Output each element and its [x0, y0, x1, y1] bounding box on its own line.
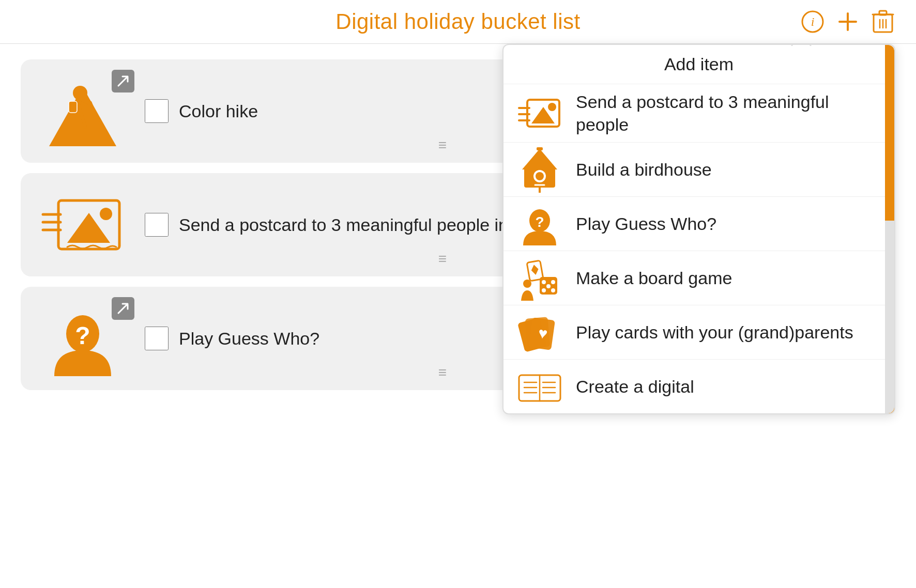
- item-checkbox-hike[interactable]: [145, 99, 169, 123]
- item-icon-guesswho: ?: [31, 297, 134, 380]
- svg-point-23: [100, 208, 112, 220]
- app-header: Digital holiday bucket list i: [0, 0, 916, 44]
- dropdown-icon-cards: ♥: [514, 312, 566, 353]
- dropdown-text-cards: Play cards with your (grand)parents: [566, 321, 884, 344]
- dropdown-text-boardgame: Make a board game: [566, 267, 884, 289]
- dropdown-item-birdhouse[interactable]: Build a birdhouse: [503, 143, 894, 197]
- svg-text:i: i: [811, 15, 815, 28]
- dropdown-icon-guesswho: ?: [514, 203, 566, 244]
- item-checkbox-postcard[interactable]: [145, 213, 169, 237]
- dropdown-icon-boardgame: [514, 257, 566, 299]
- dropdown-scrollbar[interactable]: [885, 45, 894, 413]
- dropdown-text-postcard: Send a postcard to 3 meaningful people: [566, 90, 884, 136]
- dropdown-item-digital[interactable]: Create a digital: [503, 360, 894, 413]
- page-title: Digital holiday bucket list: [335, 9, 580, 34]
- svg-point-48: [523, 280, 531, 288]
- item-checkbox-guesswho[interactable]: [145, 327, 169, 350]
- drag-handle-hike[interactable]: ≡: [438, 137, 447, 153]
- header-actions: i: [800, 9, 895, 34]
- svg-point-46: [551, 288, 555, 292]
- svg-point-31: [548, 103, 556, 111]
- svg-point-35: [536, 172, 544, 180]
- svg-rect-17: [69, 101, 77, 113]
- guesswho-svg: ?: [44, 299, 121, 379]
- dropdown-scrollbar-thumb[interactable]: [885, 45, 894, 221]
- dropdown-icon-digital: [514, 366, 566, 407]
- dropdown-text-guesswho: Play Guess Who?: [566, 212, 884, 235]
- svg-point-47: [546, 284, 551, 288]
- main-content: Color hike ≡: [0, 44, 916, 406]
- dropdown-arrow-inner: [792, 44, 811, 47]
- add-button[interactable]: [835, 9, 860, 34]
- dropdown-icon-birdhouse: [514, 149, 566, 190]
- item-icon-hiker: [31, 70, 134, 152]
- postcard-svg: [39, 191, 127, 258]
- dropdown-title: Add item: [503, 45, 894, 84]
- drag-handle-postcard[interactable]: ≡: [438, 251, 447, 267]
- dropdown-item-cards[interactable]: ♥ Play cards with your (grand)parents: [503, 305, 894, 360]
- expand-icon-2[interactable]: [112, 297, 134, 320]
- svg-point-44: [551, 280, 555, 284]
- info-button[interactable]: i: [800, 9, 825, 34]
- item-icon-postcard: [31, 183, 134, 266]
- svg-point-45: [542, 288, 546, 292]
- svg-marker-32: [522, 149, 557, 169]
- svg-text:?: ?: [75, 322, 90, 349]
- svg-point-43: [542, 280, 546, 284]
- dropdown-text-digital: Create a digital: [566, 375, 884, 398]
- svg-point-11: [73, 86, 87, 100]
- dropdown-item-guesswho[interactable]: ? Play Guess Who?: [503, 197, 894, 251]
- svg-rect-38: [537, 147, 543, 150]
- dropdown-item-postcard[interactable]: Send a postcard to 3 meaningful people: [503, 84, 894, 143]
- svg-rect-6: [879, 11, 887, 15]
- delete-button[interactable]: [871, 9, 895, 34]
- dropdown-icon-postcard: [514, 92, 566, 134]
- svg-text:?: ?: [535, 214, 544, 230]
- dropdown-text-birdhouse: Build a birdhouse: [566, 158, 884, 181]
- dropdown-item-boardgame[interactable]: Make a board game: [503, 251, 894, 305]
- dropdown-items: Send a postcard to 3 meaningful people: [503, 84, 894, 413]
- add-item-dropdown: Add item Send a postcard to 3 meaningful…: [502, 44, 895, 414]
- expand-icon[interactable]: [112, 70, 134, 92]
- drag-handle-guesswho[interactable]: ≡: [438, 364, 447, 381]
